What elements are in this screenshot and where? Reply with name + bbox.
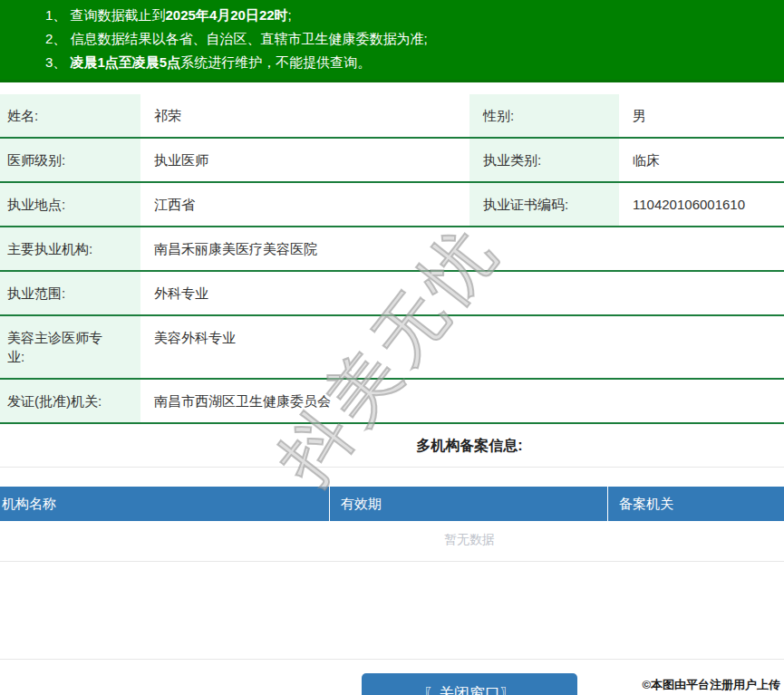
query-result-window: 1、 查询数据截止到2025年4月20日22时; 2、 信息数据结果以各省、自治… <box>0 0 784 695</box>
table-row-name-gender: 姓名: 祁荣 性别: 男 <box>0 94 784 139</box>
notice-text: 2、 信息数据结果以各省、自治区、直辖市卫生健康委数据为准; <box>45 31 428 46</box>
divider <box>0 467 784 468</box>
field-label-practice-scope: 执业范围: <box>0 272 140 314</box>
page-container: 1、 查询数据截止到2025年4月20日22时; 2、 信息数据结果以各省、自治… <box>0 0 784 695</box>
notice-text: ; <box>288 7 292 23</box>
field-label-cosmetic-specialty: 美容主诊医师专业: <box>0 316 140 378</box>
field-value-practice-scope: 外科专业 <box>140 272 784 314</box>
field-value-gender: 男 <box>619 94 784 137</box>
multi-org-table-header: 机构名称 有效期 备案机关 <box>0 487 784 521</box>
copyright-watermark: ©本图由平台注册用户上传 <box>642 677 780 693</box>
field-value-certificate-number: 110420106001610 <box>619 183 784 226</box>
table-row-cosmetic-specialty: 美容主诊医师专业: 美容外科专业 <box>0 316 784 380</box>
field-value-main-institution: 南昌禾丽康美医疗美容医院 <box>140 227 784 270</box>
field-label-practice-location: 执业地点: <box>0 183 140 226</box>
table-row-location-cert: 执业地点: 江西省 执业证书编码: 110420106001610 <box>0 183 784 227</box>
field-value-practice-location: 江西省 <box>140 183 469 226</box>
field-value-practice-category: 临床 <box>619 139 784 181</box>
column-header-filing-authority: 备案机关 <box>607 487 784 521</box>
practitioner-info-table: 姓名: 祁荣 性别: 男 医师级别: 执业医师 执业类别: 临床 执业地点: 江… <box>0 94 784 424</box>
table-row-level-category: 医师级别: 执业医师 执业类别: 临床 <box>0 139 784 183</box>
field-value-cosmetic-specialty: 美容外科专业 <box>140 316 784 378</box>
field-label-certificate-number: 执业证书编码: <box>469 183 619 226</box>
notice-text: 3、 <box>45 54 71 70</box>
column-header-valid-period: 有效期 <box>329 487 607 521</box>
empty-data-text: 暂无数据 <box>0 521 784 561</box>
table-row-main-institution: 主要执业机构: 南昌禾丽康美医疗美容医院 <box>0 227 784 272</box>
field-label-main-institution: 主要执业机构: <box>0 227 140 270</box>
field-value-name: 祁荣 <box>140 94 469 137</box>
field-value-doctor-level: 执业医师 <box>140 139 469 181</box>
field-label-doctor-level: 医师级别: <box>0 139 140 181</box>
notice-line-2: 2、 信息数据结果以各省、自治区、直辖市卫生健康委数据为准; <box>0 27 784 51</box>
notice-banner: 1、 查询数据截止到2025年4月20日22时; 2、 信息数据结果以各省、自治… <box>0 0 784 82</box>
notice-text-bold: 2025年4月20日22时 <box>166 7 288 23</box>
field-label-name: 姓名: <box>0 94 140 137</box>
notice-text: 1、 查询数据截止到 <box>45 7 166 23</box>
spacer <box>0 562 784 659</box>
notice-line-3: 3、 凌晨1点至凌晨5点系统进行维护，不能提供查询。 <box>0 51 784 74</box>
table-row-issuing-authority: 发证(批准)机关: 南昌市西湖区卫生健康委员会 <box>0 380 784 424</box>
field-label-gender: 性别: <box>469 94 619 137</box>
notice-line-1: 1、 查询数据截止到2025年4月20日22时; <box>0 4 784 27</box>
column-header-org-name: 机构名称 <box>0 487 329 521</box>
notice-text: 系统进行维护，不能提供查询。 <box>180 54 371 70</box>
multi-org-section-title: 多机构备案信息: <box>0 424 784 467</box>
field-value-issuing-authority: 南昌市西湖区卫生健康委员会 <box>140 380 784 422</box>
notice-text-bold: 凌晨1点至凌晨5点 <box>71 54 181 70</box>
divider <box>0 659 784 660</box>
field-label-practice-category: 执业类别: <box>469 139 619 181</box>
field-label-issuing-authority: 发证(批准)机关: <box>0 380 140 422</box>
table-row-practice-scope: 执业范围: 外科专业 <box>0 272 784 316</box>
close-window-button[interactable]: 〖关闭窗口〗 <box>362 673 577 695</box>
